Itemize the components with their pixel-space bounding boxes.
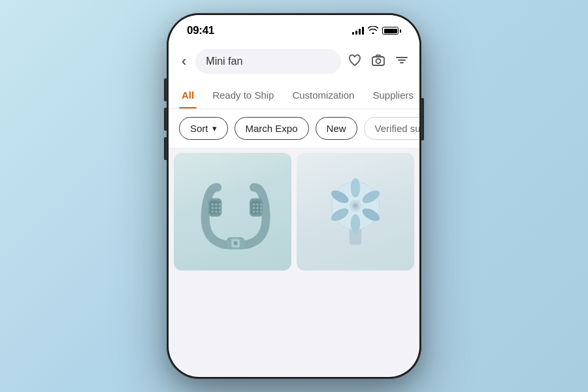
- svg-point-21: [253, 207, 255, 210]
- svg-point-9: [219, 203, 221, 206]
- svg-point-8: [215, 203, 218, 206]
- filter-row: Sort ▾ March Expo New Verified supplier: [169, 109, 419, 148]
- svg-point-12: [219, 207, 221, 210]
- product-card-hand-fan[interactable]: [297, 153, 414, 270]
- svg-point-37: [351, 214, 361, 233]
- svg-point-23: [260, 207, 263, 210]
- svg-point-22: [256, 207, 259, 210]
- svg-point-26: [260, 210, 263, 213]
- svg-point-1: [376, 59, 381, 63]
- svg-point-18: [253, 203, 255, 206]
- status-icons: [352, 26, 401, 36]
- svg-point-34: [351, 178, 361, 197]
- svg-point-14: [215, 210, 218, 213]
- sort-label: Sort: [190, 123, 208, 134]
- verified-label: Verified supplier: [375, 123, 419, 134]
- wifi-icon: [368, 26, 378, 36]
- product-card-neck-fan[interactable]: [174, 153, 291, 270]
- svg-point-24: [253, 210, 255, 213]
- svg-point-11: [215, 207, 218, 210]
- march-expo-filter[interactable]: March Expo: [235, 117, 309, 140]
- camera-icon[interactable]: [371, 53, 385, 71]
- search-action-icons: [348, 53, 409, 71]
- svg-point-42: [353, 204, 357, 208]
- svg-point-7: [212, 203, 214, 206]
- svg-point-19: [256, 203, 259, 206]
- svg-point-15: [219, 210, 221, 213]
- signal-icon: [352, 27, 364, 35]
- filter-icon[interactable]: [395, 53, 409, 71]
- search-input[interactable]: Mini fan: [206, 56, 331, 67]
- svg-rect-0: [372, 57, 384, 65]
- svg-point-20: [260, 203, 263, 206]
- new-filter[interactable]: New: [316, 117, 357, 140]
- back-button[interactable]: ‹: [179, 50, 189, 73]
- hand-fan-image: [319, 172, 391, 251]
- tabs: All Ready to Ship Customization Supplier…: [169, 82, 419, 109]
- favorite-icon[interactable]: [348, 53, 362, 71]
- sort-chevron-icon: ▾: [212, 123, 217, 133]
- tab-all[interactable]: All: [179, 82, 197, 108]
- sort-filter[interactable]: Sort ▾: [179, 117, 228, 140]
- tab-customization[interactable]: Customization: [289, 82, 357, 108]
- products-grid: [169, 148, 419, 276]
- svg-point-25: [256, 210, 259, 213]
- phone-screen: 09:41: [169, 15, 419, 377]
- search-bar[interactable]: Mini fan: [195, 49, 341, 74]
- tab-suppliers[interactable]: Suppliers: [370, 82, 416, 108]
- status-bar: 09:41: [169, 15, 419, 42]
- neck-fan-image: [193, 169, 272, 254]
- search-area: ‹ Mini fan: [169, 42, 419, 82]
- phone-frame: 09:41: [167, 13, 421, 379]
- new-label: New: [327, 123, 346, 134]
- march-expo-label: March Expo: [246, 123, 298, 134]
- battery-icon: [382, 27, 401, 35]
- svg-point-13: [212, 210, 214, 213]
- tab-ready-to-ship[interactable]: Ready to Ship: [210, 82, 276, 108]
- status-time: 09:41: [187, 24, 214, 37]
- svg-point-10: [212, 207, 214, 210]
- verified-supplier-filter[interactable]: Verified supplier: [364, 117, 419, 140]
- svg-rect-29: [234, 242, 238, 246]
